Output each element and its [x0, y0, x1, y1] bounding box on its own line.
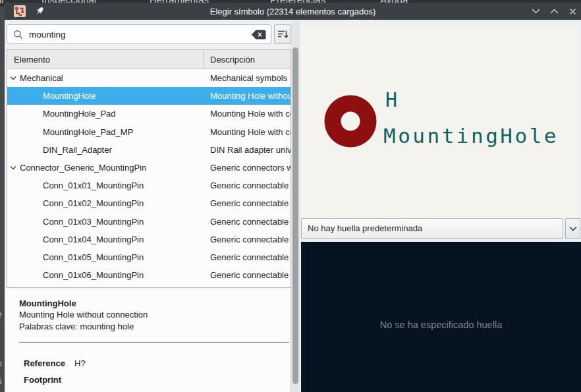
symbol-description-cell: Mounting Hole with connection — [204, 109, 290, 119]
symbol-value-text: MountingHole — [383, 124, 559, 148]
background-text-fragment: u — [0, 359, 2, 368]
tree-row-din_rail_adapter[interactable]: DIN_Rail_AdapterDIN Rail adapter univers… — [7, 141, 290, 159]
symbol-tree: Elemento Descripción MechanicalMechanica… — [7, 49, 291, 288]
detail-symbol-keywords: Palabras clave: mounting hole — [19, 322, 134, 331]
symbol-description-cell: Generic connectable mounting pin connect… — [204, 181, 290, 190]
screen: arInspeccionarHerramientasPreferenciasAy… — [0, 0, 581, 392]
symbol-name-cell: Connector_Generic_MountingPin — [7, 163, 204, 173]
sort-descending-icon — [277, 29, 289, 40]
symbol-name-cell: Conn_01x01_MountingPin — [7, 181, 204, 190]
symbol-description-cell: Generic connectable mounting pin connect… — [204, 235, 290, 244]
symbol-name-label: Conn_01x05_MountingPin — [43, 252, 144, 262]
symbol-name-label: Conn_01x03_MountingPin — [43, 217, 144, 227]
symbol-description-cell: Generic connectable mounting pin connect… — [204, 270, 290, 280]
column-header-elemento[interactable]: Elemento — [7, 50, 204, 69]
tree-row-connector_generic_mountingpin[interactable]: Connector_Generic_MountingPinGeneric con… — [7, 159, 290, 177]
field-label-footprint: Footprint — [24, 375, 61, 385]
background-text-fragment: e — [0, 310, 2, 319]
field-value-reference: H? — [74, 358, 86, 368]
symbol-name-cell: Mechanical — [7, 73, 204, 83]
symbol-name-label: MountingHole_Pad_MP — [43, 127, 133, 137]
symbol-name-label: Mechanical — [20, 73, 63, 83]
search-icon — [13, 30, 23, 40]
symbol-name-label: MountingHole_Pad — [43, 109, 116, 119]
expander-chevron-icon[interactable] — [10, 76, 16, 80]
footprint-dropdown-arrow-button[interactable] — [565, 218, 580, 239]
symbol-name-label: Conn_01x06_MountingPin — [43, 270, 144, 280]
tree-row-mountinghole_pad_mp[interactable]: MountingHole_Pad_MPMounting Hole with co… — [7, 123, 290, 141]
tree-header[interactable]: Elemento Descripción — [7, 50, 290, 69]
symbol-name-cell: Conn_01x06_MountingPin — [7, 270, 204, 280]
symbol-name-cell: Conn_01x05_MountingPin — [7, 252, 204, 262]
symbol-name-cell: Conn_01x04_MountingPin — [7, 235, 204, 244]
symbol-name-label: MountingHole — [43, 91, 96, 101]
symbol-tree-body: MechanicalMechanical symbolsMountingHole… — [7, 69, 290, 284]
symbol-name-cell: Conn_01x02_MountingPin — [7, 198, 204, 208]
background-text-fragment: á — [0, 377, 2, 386]
symbol-name-label: Connector_Generic_MountingPin — [20, 163, 146, 173]
footprint-dropdown[interactable]: No hay huella predeterminada — [301, 218, 563, 239]
detail-symbol-description: Mounting Hole without connection — [19, 310, 148, 320]
symbol-name-cell: MountingHole — [7, 91, 204, 101]
details-divider — [19, 342, 289, 343]
chevron-up-icon — [550, 9, 559, 14]
symbol-reference-text: H — [385, 88, 397, 111]
chevron-down-icon — [532, 9, 540, 14]
scrollbar-thumb[interactable] — [292, 47, 298, 384]
symbol-description-cell: Generic connectable mounting pin connect… — [204, 198, 290, 208]
symbol-name-cell: Conn_01x03_MountingPin — [7, 217, 204, 227]
chevron-down-icon — [569, 226, 577, 231]
dialog-title: Elegir símbolo (22314 elementos cargados… — [5, 3, 581, 20]
symbol-details-panel: MountingHole Mounting Hole without conne… — [5, 289, 291, 392]
sort-options-button[interactable] — [274, 24, 291, 44]
detail-symbol-name: MountingHole — [19, 298, 76, 308]
symbol-name-label: DIN_Rail_Adapter — [43, 145, 112, 155]
symbol-description-cell: Mounting Hole without connection — [204, 91, 290, 101]
tree-row-conn_01x03_mountingpin[interactable]: Conn_01x03_MountingPinGeneric connectabl… — [7, 213, 290, 231]
symbol-name-cell: MountingHole_Pad — [7, 109, 204, 119]
symbol-description-cell: Mechanical symbols — [204, 73, 290, 83]
symbol-description-cell: Generic connectable mounting pin connect… — [204, 252, 290, 262]
symbol-name-label: Conn_01x04_MountingPin — [43, 235, 144, 244]
close-icon — [569, 8, 576, 15]
tree-row-conn_01x01_mountingpin[interactable]: Conn_01x01_MountingPinGeneric connectabl… — [7, 177, 290, 194]
symbol-description-cell: Mounting Hole with connection and mounti… — [204, 127, 290, 137]
dialog-titlebar[interactable]: Elegir símbolo (22314 elementos cargados… — [5, 3, 581, 20]
field-label-reference: Reference — [24, 358, 65, 368]
mounting-hole-symbol-graphic — [324, 95, 377, 148]
symbol-name-label: Conn_01x01_MountingPin — [43, 181, 144, 190]
symbol-name-label: Conn_01x02_MountingPin — [43, 198, 144, 208]
footprint-preview-message: No se ha especificado huella — [301, 320, 581, 330]
tree-row-mechanical[interactable]: MechanicalMechanical symbols — [7, 69, 290, 87]
symbol-description-cell: DIN Rail adapter universal mounting — [204, 145, 290, 155]
symbol-name-cell: MountingHole_Pad_MP — [7, 127, 204, 137]
background-left-edge: euá — [0, 7, 5, 392]
symbol-name-cell: DIN_Rail_Adapter — [7, 145, 204, 155]
symbol-description-cell: Generic connectable mounting pin connect… — [204, 217, 290, 227]
close-button[interactable] — [568, 7, 577, 16]
column-header-descripcion[interactable]: Descripción — [204, 50, 290, 69]
clear-search-icon[interactable] — [251, 30, 266, 40]
symbol-description-cell: Generic connectors with mounting pins — [204, 163, 290, 173]
tree-row-conn_01x05_mountingpin[interactable]: Conn_01x05_MountingPinGeneric connectabl… — [7, 248, 290, 266]
tree-row-conn_01x04_mountingpin[interactable]: Conn_01x04_MountingPinGeneric connectabl… — [7, 231, 290, 248]
footprint-preview-canvas[interactable]: No se ha especificado huella — [301, 242, 581, 392]
expander-chevron-icon[interactable] — [10, 165, 16, 170]
search-input[interactable] — [23, 30, 251, 40]
maximize-button[interactable] — [549, 7, 559, 16]
tree-row-conn_01x06_mountingpin[interactable]: Conn_01x06_MountingPinGeneric connectabl… — [7, 266, 290, 284]
minimize-button[interactable] — [531, 7, 540, 16]
tree-row-mountinghole_pad[interactable]: MountingHole_PadMounting Hole with conne… — [7, 105, 290, 123]
tree-row-conn_01x02_mountingpin[interactable]: Conn_01x02_MountingPinGeneric connectabl… — [7, 194, 290, 212]
tree-row-mountinghole[interactable]: MountingHoleMounting Hole without connec… — [7, 87, 290, 105]
search-box — [7, 24, 271, 44]
